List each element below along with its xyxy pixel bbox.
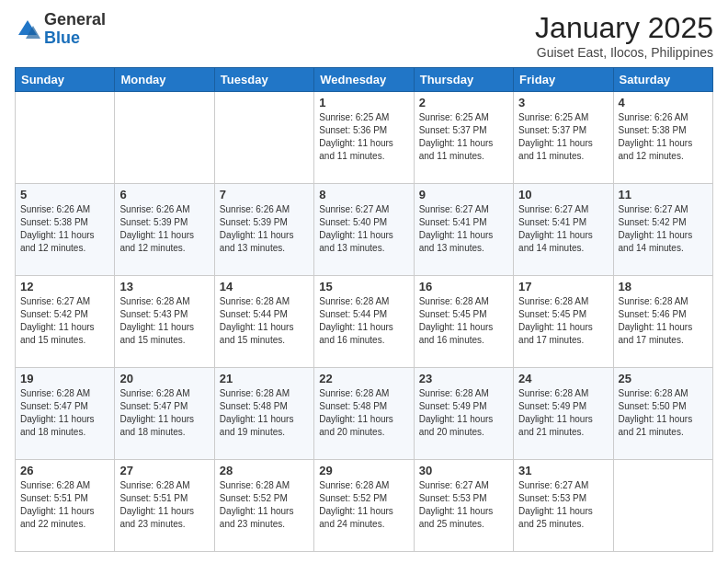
day-number: 7: [220, 188, 309, 201]
day-number: 22: [319, 372, 408, 385]
col-friday: Friday: [514, 68, 613, 92]
table-row: 9Sunrise: 6:27 AM Sunset: 5:41 PM Daylig…: [414, 184, 513, 276]
col-monday: Monday: [115, 68, 214, 92]
location-subtitle: Guiset East, Ilocos, Philippines: [535, 45, 713, 60]
day-number: 2: [419, 96, 508, 109]
table-row: 12Sunrise: 6:27 AM Sunset: 5:42 PM Dayli…: [16, 276, 115, 368]
header: General Blue January 2025 Guiset East, I…: [15, 11, 713, 60]
day-number: 10: [518, 188, 608, 201]
day-number: 19: [20, 372, 109, 385]
day-info: Sunrise: 6:27 AM Sunset: 5:42 PM Dayligh…: [619, 203, 708, 255]
day-number: 1: [319, 96, 408, 109]
day-info: Sunrise: 6:26 AM Sunset: 5:38 PM Dayligh…: [20, 203, 109, 255]
day-number: 18: [619, 280, 708, 293]
table-row: 24Sunrise: 6:28 AM Sunset: 5:49 PM Dayli…: [514, 368, 613, 460]
col-wednesday: Wednesday: [314, 68, 414, 92]
day-info: Sunrise: 6:27 AM Sunset: 5:41 PM Dayligh…: [518, 203, 608, 255]
table-row: 13Sunrise: 6:28 AM Sunset: 5:43 PM Dayli…: [115, 276, 214, 368]
table-row: 1Sunrise: 6:25 AM Sunset: 5:36 PM Daylig…: [314, 92, 414, 184]
table-row: 14Sunrise: 6:28 AM Sunset: 5:44 PM Dayli…: [214, 276, 313, 368]
table-row: 10Sunrise: 6:27 AM Sunset: 5:41 PM Dayli…: [514, 184, 613, 276]
logo-general-text: General: [44, 10, 106, 29]
calendar-page: General Blue January 2025 Guiset East, I…: [0, 0, 728, 563]
day-number: 12: [20, 280, 109, 293]
month-year-title: January 2025: [535, 11, 713, 45]
day-number: 5: [20, 188, 109, 201]
day-number: 31: [518, 464, 608, 477]
table-row: 23Sunrise: 6:28 AM Sunset: 5:49 PM Dayli…: [414, 368, 513, 460]
day-number: 27: [119, 464, 209, 477]
day-number: 14: [220, 280, 309, 293]
table-row: 26Sunrise: 6:28 AM Sunset: 5:51 PM Dayli…: [16, 460, 115, 552]
day-number: 8: [319, 188, 408, 201]
table-row: 2Sunrise: 6:25 AM Sunset: 5:37 PM Daylig…: [414, 92, 513, 184]
day-info: Sunrise: 6:28 AM Sunset: 5:52 PM Dayligh…: [319, 479, 408, 531]
table-row: [214, 92, 313, 184]
calendar-table: Sunday Monday Tuesday Wednesday Thursday…: [15, 67, 713, 552]
col-tuesday: Tuesday: [214, 68, 313, 92]
table-row: [613, 460, 712, 552]
day-info: Sunrise: 6:25 AM Sunset: 5:37 PM Dayligh…: [419, 111, 508, 163]
day-number: 6: [119, 188, 209, 201]
table-row: 29Sunrise: 6:28 AM Sunset: 5:52 PM Dayli…: [314, 460, 414, 552]
day-number: 17: [518, 280, 608, 293]
day-info: Sunrise: 6:27 AM Sunset: 5:53 PM Dayligh…: [518, 479, 608, 531]
table-row: 28Sunrise: 6:28 AM Sunset: 5:52 PM Dayli…: [214, 460, 313, 552]
day-info: Sunrise: 6:28 AM Sunset: 5:49 PM Dayligh…: [419, 387, 508, 439]
day-number: 20: [119, 372, 209, 385]
table-row: 8Sunrise: 6:27 AM Sunset: 5:40 PM Daylig…: [314, 184, 414, 276]
day-info: Sunrise: 6:28 AM Sunset: 5:48 PM Dayligh…: [319, 387, 408, 439]
col-sunday: Sunday: [16, 68, 115, 92]
calendar-header-row: Sunday Monday Tuesday Wednesday Thursday…: [16, 68, 713, 92]
day-info: Sunrise: 6:28 AM Sunset: 5:45 PM Dayligh…: [518, 295, 608, 347]
day-number: 24: [518, 372, 608, 385]
table-row: 6Sunrise: 6:26 AM Sunset: 5:39 PM Daylig…: [115, 184, 214, 276]
day-number: 25: [619, 372, 708, 385]
table-row: 20Sunrise: 6:28 AM Sunset: 5:47 PM Dayli…: [115, 368, 214, 460]
table-row: 17Sunrise: 6:28 AM Sunset: 5:45 PM Dayli…: [514, 276, 613, 368]
day-number: 15: [319, 280, 408, 293]
table-row: 27Sunrise: 6:28 AM Sunset: 5:51 PM Dayli…: [115, 460, 214, 552]
logo: General Blue: [15, 11, 106, 48]
table-row: 11Sunrise: 6:27 AM Sunset: 5:42 PM Dayli…: [613, 184, 712, 276]
table-row: 4Sunrise: 6:26 AM Sunset: 5:38 PM Daylig…: [613, 92, 712, 184]
day-info: Sunrise: 6:28 AM Sunset: 5:44 PM Dayligh…: [220, 295, 309, 347]
day-info: Sunrise: 6:26 AM Sunset: 5:39 PM Dayligh…: [220, 203, 309, 255]
day-info: Sunrise: 6:28 AM Sunset: 5:45 PM Dayligh…: [419, 295, 508, 347]
table-row: 25Sunrise: 6:28 AM Sunset: 5:50 PM Dayli…: [613, 368, 712, 460]
calendar-week-row: 19Sunrise: 6:28 AM Sunset: 5:47 PM Dayli…: [16, 368, 713, 460]
day-number: 3: [518, 96, 608, 109]
table-row: 15Sunrise: 6:28 AM Sunset: 5:44 PM Dayli…: [314, 276, 414, 368]
day-info: Sunrise: 6:27 AM Sunset: 5:40 PM Dayligh…: [319, 203, 408, 255]
table-row: 31Sunrise: 6:27 AM Sunset: 5:53 PM Dayli…: [514, 460, 613, 552]
day-info: Sunrise: 6:26 AM Sunset: 5:39 PM Dayligh…: [119, 203, 209, 255]
table-row: 3Sunrise: 6:25 AM Sunset: 5:37 PM Daylig…: [514, 92, 613, 184]
day-info: Sunrise: 6:27 AM Sunset: 5:42 PM Dayligh…: [20, 295, 109, 347]
day-number: 23: [419, 372, 508, 385]
day-info: Sunrise: 6:28 AM Sunset: 5:50 PM Dayligh…: [619, 387, 708, 439]
day-info: Sunrise: 6:28 AM Sunset: 5:47 PM Dayligh…: [119, 387, 209, 439]
day-info: Sunrise: 6:28 AM Sunset: 5:51 PM Dayligh…: [20, 479, 109, 531]
day-info: Sunrise: 6:28 AM Sunset: 5:49 PM Dayligh…: [518, 387, 608, 439]
day-number: 9: [419, 188, 508, 201]
table-row: 7Sunrise: 6:26 AM Sunset: 5:39 PM Daylig…: [214, 184, 313, 276]
day-info: Sunrise: 6:28 AM Sunset: 5:52 PM Dayligh…: [220, 479, 309, 531]
day-info: Sunrise: 6:28 AM Sunset: 5:46 PM Dayligh…: [619, 295, 708, 347]
logo-icon: [15, 17, 40, 42]
day-number: 16: [419, 280, 508, 293]
day-info: Sunrise: 6:27 AM Sunset: 5:53 PM Dayligh…: [419, 479, 508, 531]
day-number: 13: [119, 280, 209, 293]
col-thursday: Thursday: [414, 68, 513, 92]
logo-blue-text: Blue: [44, 29, 80, 47]
calendar-week-row: 26Sunrise: 6:28 AM Sunset: 5:51 PM Dayli…: [16, 460, 713, 552]
day-info: Sunrise: 6:25 AM Sunset: 5:37 PM Dayligh…: [518, 111, 608, 163]
table-row: 19Sunrise: 6:28 AM Sunset: 5:47 PM Dayli…: [16, 368, 115, 460]
table-row: 30Sunrise: 6:27 AM Sunset: 5:53 PM Dayli…: [414, 460, 513, 552]
table-row: 18Sunrise: 6:28 AM Sunset: 5:46 PM Dayli…: [613, 276, 712, 368]
day-info: Sunrise: 6:26 AM Sunset: 5:38 PM Dayligh…: [619, 111, 708, 163]
day-info: Sunrise: 6:25 AM Sunset: 5:36 PM Dayligh…: [319, 111, 408, 163]
day-info: Sunrise: 6:28 AM Sunset: 5:44 PM Dayligh…: [319, 295, 408, 347]
day-info: Sunrise: 6:28 AM Sunset: 5:48 PM Dayligh…: [220, 387, 309, 439]
day-number: 28: [220, 464, 309, 477]
calendar-week-row: 1Sunrise: 6:25 AM Sunset: 5:36 PM Daylig…: [16, 92, 713, 184]
